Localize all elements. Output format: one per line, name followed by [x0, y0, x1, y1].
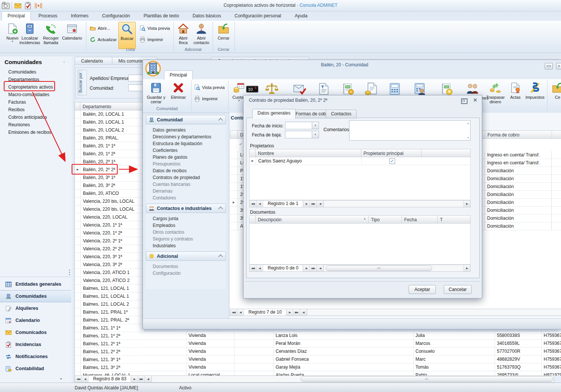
table-row[interactable]: Balmes, 121, PRAL. 2ª	[75, 316, 144, 324]
table-row[interactable]: Bailén, 20, 1º 1ª	[75, 142, 144, 150]
table-row[interactable]: Balmes, 121, 2º 1ª	[75, 340, 144, 348]
table-row[interactable]: Local comercial Aladas Puerta Pablo 2695…	[143, 371, 561, 375]
nav-item[interactable]: Otros contactos	[146, 229, 226, 236]
propietario-principal-column-header[interactable]: Propietario principal	[361, 149, 422, 157]
table-row[interactable]: Bailén, 20, LOCAL 1	[75, 118, 144, 126]
nav-group-adicional[interactable]: Adicional	[146, 251, 226, 261]
sidebar-item-alquileres[interactable]: Alquileres	[0, 302, 71, 314]
scroll-left-button[interactable]: ◀	[317, 201, 323, 207]
ribbon-tab[interactable]: Informes	[65, 11, 95, 21]
scroll-left-button[interactable]: ◀	[145, 376, 152, 382]
sidebar-item[interactable]: Facturas	[0, 98, 71, 106]
nav-item[interactable]: Contratos de propiedad	[146, 174, 226, 181]
nav-item[interactable]: Configuración	[146, 270, 226, 277]
first-record-button[interactable]: ◀◀	[75, 376, 82, 382]
actualizar-button[interactable]: Actualizar	[90, 37, 117, 43]
nav-item[interactable]: Datos generales	[146, 127, 226, 133]
nav-item[interactable]: Datos de recibos	[146, 167, 226, 174]
next-record-button[interactable]: ▶	[303, 201, 310, 207]
sidebar-item-comunidades[interactable]: Comunidades	[0, 290, 71, 302]
abrir-contacto-button[interactable]: Abrir contacto	[192, 22, 210, 45]
horizontal-scrollbar[interactable]	[152, 376, 554, 382]
pin-icon[interactable]	[461, 98, 468, 104]
imprimir-button[interactable]: Imprimir	[139, 37, 163, 43]
table-row[interactable]: Balmes, 121, LOCAL 1	[75, 285, 144, 292]
table-row[interactable]: Bailén, 20, LOCAL 2	[75, 126, 144, 134]
nav-group-contactos[interactable]: Contactos e industriales	[146, 204, 226, 213]
table-row[interactable]: Valencia, 220, LOCAL	[75, 213, 144, 221]
nav-item[interactable]: Empleados	[146, 222, 226, 229]
horizontal-scrollbar[interactable]	[307, 309, 561, 315]
ribbon-tab[interactable]: Ayuda	[289, 11, 314, 21]
table-row[interactable]: ▶ Carlos Saenz Aguayo ✓	[250, 157, 470, 165]
scroll-right-button[interactable]: ▶	[463, 265, 470, 271]
nav-item[interactable]: Derramas	[146, 188, 226, 194]
horizontal-scrollbar[interactable]	[323, 201, 463, 207]
table-row[interactable]: Balmes, 121, LOCAL 1	[75, 292, 144, 300]
table-row[interactable]: Bailén, 20, 3º 1ª	[75, 174, 144, 182]
actas-button[interactable]: Actas	[507, 81, 524, 100]
tab-contactos[interactable]: Contactos	[326, 110, 357, 118]
sidebar-item-entidades-generales[interactable]: Entidades generales	[0, 278, 71, 290]
eliminar-button[interactable]: Eliminar	[168, 81, 189, 100]
t-column-header[interactable]: T	[438, 216, 470, 223]
localizar-incidencias-button[interactable]: Localizar incidencias	[20, 22, 40, 45]
table-row[interactable]: Valencia, 220, 1º 1ª	[75, 221, 144, 229]
last-record-button[interactable]: ▶▶	[310, 265, 317, 271]
sidebar-item[interactable]: Recibos	[0, 106, 71, 113]
ribbon-tab[interactable]: Configuración personal	[228, 11, 287, 21]
table-row[interactable]: Valencia, 220, ATICO 1	[75, 269, 144, 277]
sidebar-item[interactable]: Cobros anticipados	[0, 113, 71, 121]
ribbon-tab[interactable]: Procesos	[32, 11, 63, 21]
guardar-y-cerrar-button[interactable]: Guardar y cerrar	[146, 81, 166, 104]
aceptar-button[interactable]: Aceptar	[409, 285, 436, 294]
nav-item[interactable]: Cargos junta	[146, 215, 226, 222]
next-record-button[interactable]: ▶	[303, 265, 310, 271]
table-row[interactable]: Balmes, 121, 1º 2ª	[75, 332, 144, 340]
scroll-right-button[interactable]: ▶	[463, 201, 470, 207]
impuestos-button[interactable]: Impuestos	[524, 81, 546, 100]
table-row[interactable]: Valencia, 220, 2º 2ª	[75, 245, 144, 253]
next-record-button[interactable]: ▶	[131, 376, 138, 382]
nav-item[interactable]: Contadores	[146, 194, 226, 201]
sidebar-item-calendario[interactable]: Calendario	[0, 314, 71, 326]
nav-item[interactable]: Coeficientes	[146, 147, 226, 154]
vista-previa-button[interactable]: Vista previa	[194, 84, 225, 90]
scroll-up-icon[interactable]: ▲	[467, 122, 469, 124]
sidebar-item-notificaciones[interactable]: Notificaciones	[0, 351, 71, 363]
sidebar-item[interactable]: Emisiones de recibos	[0, 129, 71, 136]
sidebar-item-contabilidad[interactable]: Contabilidad	[0, 363, 71, 375]
first-record-button[interactable]: ◀◀	[250, 201, 256, 207]
maximize-button[interactable]	[556, 63, 561, 69]
scroll-down-icon[interactable]: ▼	[467, 136, 469, 139]
tipo-column-header[interactable]: Tipo	[369, 216, 402, 223]
scroll-left-button[interactable]: ◀	[300, 309, 307, 315]
first-record-button[interactable]: ◀◀	[250, 265, 256, 271]
nav-item[interactable]: Direcciones y departamentos	[146, 133, 226, 140]
table-row[interactable]: Bailén, 20, LOCAL 1	[75, 110, 144, 118]
sidebar-item[interactable]: Departamentos	[0, 76, 71, 83]
scroll-left-button[interactable]: ◀	[317, 265, 323, 271]
propietario-principal-checkbox[interactable]: ✓	[389, 158, 395, 164]
table-row[interactable]: ▶Bailén, 20, 2º 2ª	[75, 166, 144, 174]
sidebar-item[interactable]: Comunidades	[0, 68, 71, 76]
last-record-button[interactable]: ▶▶	[293, 309, 300, 315]
tab-datos-generales[interactable]: Datos generales	[252, 109, 296, 119]
ribbon-tab[interactable]: Datos básicos	[187, 11, 227, 21]
forma-de-cobro-column-header[interactable]: Forma de cobro	[485, 131, 552, 138]
abrir-finca-button[interactable]: Abrir finca	[175, 22, 192, 45]
table-row[interactable]: Valencia, 220, 3ª 2ª	[75, 261, 144, 269]
table-row[interactable]: Bailén, 20, 1º 2ª	[75, 150, 144, 158]
table-row[interactable]: Balmes, 121, PRAL 1º	[75, 308, 144, 316]
nav-group-comunidad[interactable]: Comunidad	[146, 115, 226, 124]
table-row[interactable]: Valencia, 220, 1º 2ª	[75, 229, 144, 237]
table-row[interactable]: Bailén, 20, 3º 2ª	[75, 182, 144, 190]
next-record-button[interactable]: ▶	[287, 309, 293, 315]
fecha-baja-combo[interactable]: ▼	[285, 131, 319, 138]
abrir-button[interactable]: Abrir...	[90, 25, 110, 31]
tab-principal[interactable]: Principal	[164, 70, 193, 80]
table-row[interactable]: Valencia, 220, 2º 1ª	[75, 237, 144, 245]
table-row[interactable]: Valencia, 220 bis, LOCAL	[75, 198, 144, 205]
sidebar-item-comunicados[interactable]: Comunicados	[0, 326, 71, 338]
cerrar-button-partial[interactable]: Ce	[549, 81, 561, 100]
